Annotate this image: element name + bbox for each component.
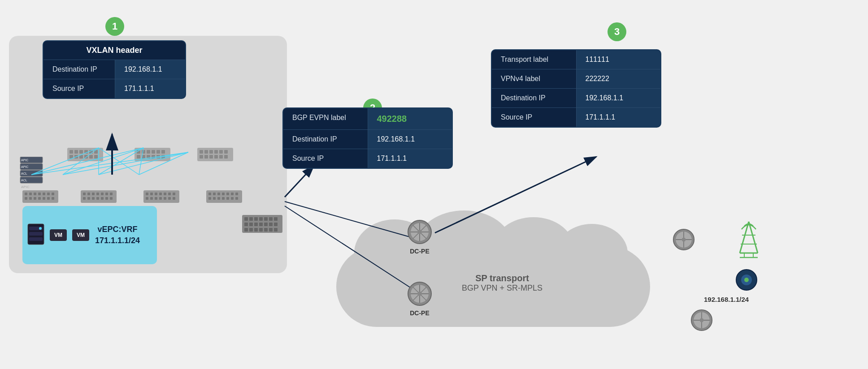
spine-switch-3: [197, 143, 233, 167]
svg-rect-153: [269, 228, 273, 232]
svg-rect-117: [222, 193, 225, 195]
svg-rect-52: [152, 155, 155, 159]
svg-rect-89: [105, 193, 108, 195]
svg-rect-36: [69, 155, 73, 159]
bgp-evpn-row-3: Source IP 171.1.1.1: [283, 149, 452, 168]
svg-rect-144: [259, 223, 263, 226]
svg-point-178: [700, 318, 704, 322]
svg-rect-113: [206, 190, 242, 203]
svg-rect-47: [156, 150, 160, 154]
transport-label-label: Transport label: [492, 50, 577, 69]
svg-rect-115: [213, 193, 216, 195]
svg-rect-151: [259, 228, 263, 232]
svg-rect-96: [105, 197, 108, 200]
transport-row-3: Destination IP 192.168.1.1: [492, 89, 660, 108]
svg-rect-123: [217, 197, 220, 200]
svg-rect-77: [29, 197, 32, 200]
vepc-label: vEPC:VRF171.1.1.1/24: [95, 224, 140, 246]
svg-rect-136: [254, 217, 258, 221]
svg-rect-55: [197, 148, 233, 161]
svg-text:APIC: APIC: [21, 159, 28, 162]
svg-rect-100: [150, 193, 153, 195]
svg-rect-43: [137, 150, 140, 154]
svg-rect-150: [254, 228, 258, 232]
svg-rect-109: [159, 197, 162, 200]
svg-rect-57: [204, 150, 208, 154]
svg-rect-93: [92, 197, 95, 200]
svg-rect-112: [173, 197, 175, 200]
vxlan-row-2: Source IP 171.1.1.1: [43, 79, 185, 98]
vxlan-row-1: Destination IP 192.168.1.1: [43, 60, 185, 79]
transport-src-label: Source IP: [492, 108, 577, 127]
svg-rect-137: [259, 217, 263, 221]
leaf-switch-4: [206, 188, 242, 208]
svg-line-15: [285, 166, 314, 197]
svg-rect-152: [264, 228, 268, 232]
svg-rect-35: [94, 150, 98, 154]
svg-rect-49: [137, 155, 140, 159]
diagram-container: 1 2 3 VXLAN header Destination IP 192.16…: [0, 0, 868, 369]
transport-row-1: Transport label 111111: [492, 50, 660, 69]
vxlan-dest-label: Destination IP: [43, 60, 115, 79]
svg-rect-81: [47, 197, 50, 200]
vxlan-dest-value: 192.168.1.1: [115, 60, 185, 79]
svg-rect-50: [142, 155, 145, 159]
svg-rect-127: [235, 197, 238, 200]
svg-rect-122: [213, 197, 216, 200]
svg-rect-111: [168, 197, 171, 200]
svg-rect-130: [29, 232, 43, 236]
bgp-evpn-table: BGP EVPN label 492288 Destination IP 192…: [282, 107, 453, 169]
svg-rect-58: [209, 150, 213, 154]
vpnv4-label-value: 222222: [577, 69, 661, 88]
svg-rect-53: [156, 155, 160, 159]
svg-rect-135: [249, 217, 253, 221]
dest-ip-label: 192.168.1.1/24: [704, 296, 749, 303]
svg-point-168: [417, 292, 422, 296]
leaf-switch-3: [143, 188, 179, 208]
svg-rect-31: [74, 150, 78, 154]
svg-rect-119: [231, 193, 234, 195]
svg-rect-39: [84, 155, 88, 159]
svg-rect-146: [269, 223, 273, 226]
svg-rect-61: [224, 150, 228, 154]
svg-rect-37: [74, 155, 78, 159]
svg-rect-139: [269, 217, 273, 221]
svg-rect-41: [94, 155, 98, 159]
svg-rect-29: [67, 148, 103, 161]
server-icon: [27, 223, 45, 247]
svg-rect-120: [235, 193, 238, 195]
svg-rect-63: [204, 155, 208, 159]
svg-text:APIC: APIC: [21, 185, 30, 189]
svg-rect-103: [164, 193, 166, 195]
transport-row-4: Source IP 171.1.1.1: [492, 108, 660, 127]
svg-rect-114: [208, 193, 211, 195]
svg-rect-147: [274, 223, 278, 226]
svg-rect-42: [135, 148, 170, 161]
svg-rect-34: [89, 150, 93, 154]
dc-pe-router-top: DC-PE: [407, 219, 432, 255]
svg-rect-145: [264, 223, 268, 226]
sp-cloud: SP transport BGP VPN + SR-MPLS: [318, 202, 686, 345]
transport-table: Transport label 111111 VPNv4 label 22222…: [491, 49, 661, 128]
svg-rect-134: [244, 217, 248, 221]
svg-rect-90: [110, 193, 113, 195]
transport-label-value: 111111: [577, 50, 661, 69]
border-router: [242, 210, 282, 239]
bgp-dest-value: 192.168.1.1: [368, 130, 452, 149]
vxlan-title: VXLAN header: [43, 41, 185, 60]
svg-rect-140: [274, 217, 278, 221]
step-3-circle: 3: [608, 22, 626, 41]
svg-rect-125: [226, 197, 229, 200]
dc-pe-top-label: DC-PE: [407, 248, 432, 255]
svg-rect-79: [38, 197, 41, 200]
svg-rect-76: [25, 197, 27, 200]
bgp-dest-label: Destination IP: [283, 130, 368, 149]
svg-rect-131: [29, 237, 43, 241]
sp-transport-text: SP transport BGP VPN + SR-MPLS: [462, 273, 542, 293]
svg-rect-40: [89, 155, 93, 159]
bgp-src-value: 171.1.1.1: [368, 149, 452, 168]
svg-rect-141: [244, 223, 248, 226]
svg-rect-45: [147, 150, 150, 154]
svg-rect-92: [87, 197, 90, 200]
svg-rect-75: [52, 193, 54, 195]
